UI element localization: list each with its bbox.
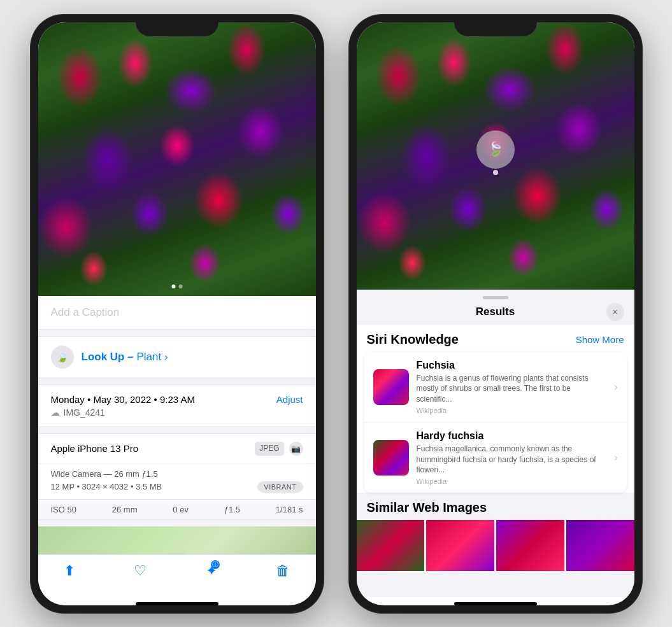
adjust-button[interactable]: Adjust — [276, 394, 303, 405]
filename: IMG_4241 — [64, 407, 105, 418]
resolution-text: 12 MP • 3024 × 4032 • 3.5 MB — [51, 482, 162, 491]
left-phone: Add a Caption 🍃 Look Up – Plant › — [31, 15, 324, 613]
leaf-icon: 🍃 — [56, 351, 69, 363]
similar-image-3[interactable] — [496, 520, 564, 571]
similar-images-row — [357, 520, 634, 571]
fuchsia-title: Fuchsia — [417, 360, 607, 371]
photo-display-right[interactable]: 🍃 — [357, 22, 634, 290]
lookup-chevron: › — [164, 351, 168, 363]
shutter: 1/181 s — [276, 505, 303, 514]
hardy-thumbnail — [373, 440, 409, 476]
lookup-subject: Plant — [136, 351, 161, 363]
home-bar-right — [454, 602, 537, 605]
lookup-icon: 🍃 — [51, 346, 74, 369]
device-name: Apple iPhone 13 Pro — [51, 443, 139, 454]
heart-button[interactable]: ♡ — [134, 563, 147, 579]
fuchsia-thumb-img — [373, 369, 409, 405]
bottom-toolbar: ⬆ ♡ ⓘ ✦ 🗑 — [38, 554, 316, 597]
results-title: Results — [476, 306, 515, 318]
share-button[interactable]: ⬆ — [64, 563, 75, 579]
results-panel: Results × Siri Knowledge Show More — [357, 290, 634, 597]
filename-row: ☁ IMG_4241 — [51, 407, 303, 418]
device-name-row: Apple iPhone 13 Pro JPEG 📷 — [38, 434, 316, 464]
fuchsia-source: Wikipedia — [417, 407, 607, 414]
right-phone: 🍃 Results × Siri Knowledge Show More — [349, 15, 642, 613]
similar-web-section: Similar Web Images — [357, 493, 634, 576]
aperture: ƒ1.5 — [224, 505, 240, 514]
flower-image — [38, 22, 316, 296]
resolution-row: 12 MP • 3024 × 4032 • 3.5 MB VIBRANT — [51, 481, 303, 493]
trash-button[interactable]: 🗑 — [276, 563, 290, 579]
focal-length: 26 mm — [112, 505, 138, 514]
knowledge-card: Fuchsia Fuchsia is a genus of flowering … — [364, 352, 627, 493]
dot-2 — [178, 285, 182, 288]
style-badge: VIBRANT — [257, 481, 303, 493]
similar-image-4[interactable] — [566, 520, 634, 571]
format-badge: JPEG — [255, 442, 283, 456]
format-badges: JPEG 📷 — [255, 442, 303, 456]
fuchsia-description: Fuchsia is a genus of flowering plants t… — [417, 373, 607, 405]
results-header: Results × — [357, 299, 634, 325]
hardy-source: Wikipedia — [417, 477, 607, 485]
lookup-label: Look Up – Plant › — [82, 351, 168, 363]
show-more-button[interactable]: Show More — [576, 334, 624, 345]
sparkle-icon: ⓘ — [211, 560, 220, 569]
caption-placeholder: Add a Caption — [51, 306, 120, 318]
home-bar — [136, 602, 218, 605]
fuchsia-chevron: › — [614, 381, 617, 393]
date-row: Monday • May 30, 2022 • 9:23 AM Adjust — [51, 394, 303, 405]
photo-display[interactable] — [38, 22, 316, 296]
camera-specs: Wide Camera — 26 mm ƒ1.5 12 MP • 3024 × … — [38, 464, 316, 499]
siri-dot — [493, 170, 498, 175]
map-section[interactable] — [38, 526, 316, 554]
phones-container: Add a Caption 🍃 Look Up – Plant › — [31, 15, 642, 613]
hardy-thumb-img — [373, 440, 409, 476]
cloud-icon: ☁ — [51, 407, 60, 418]
photo-date: Monday • May 30, 2022 • 9:23 AM — [51, 394, 195, 405]
siri-recognition-circle[interactable]: 🍃 — [476, 130, 515, 169]
hardy-description: Fuchsia magellanica, commonly known as t… — [417, 444, 607, 476]
fuchsia-thumbnail — [373, 369, 409, 405]
knowledge-item-hardy[interactable]: Hardy fuchsia Fuchsia magellanica, commo… — [364, 423, 627, 493]
leaf-icon-siri: 🍃 — [487, 141, 504, 158]
lookup-bold: Look Up – — [82, 351, 134, 363]
siri-section-header: Siri Knowledge Show More — [357, 325, 634, 352]
similar-image-2[interactable] — [426, 520, 494, 571]
similar-web-title: Similar Web Images — [357, 493, 634, 520]
fuchsia-text: Fuchsia Fuchsia is a genus of flowering … — [417, 360, 607, 414]
caption-field[interactable]: Add a Caption — [38, 296, 316, 330]
camera-spec-text: Wide Camera — 26 mm ƒ1.5 — [51, 469, 303, 479]
iso: ISO 50 — [51, 505, 76, 514]
device-section: Apple iPhone 13 Pro JPEG 📷 Wide Camera —… — [38, 433, 316, 520]
ev: 0 ev — [173, 505, 189, 514]
hardy-text: Hardy fuchsia Fuchsia magellanica, commo… — [417, 430, 607, 485]
hardy-title: Hardy fuchsia — [417, 430, 607, 442]
similar-image-1[interactable] — [357, 520, 425, 571]
meta-section: Monday • May 30, 2022 • 9:23 AM Adjust ☁… — [38, 384, 316, 427]
lookup-row[interactable]: 🍃 Look Up – Plant › — [38, 336, 316, 378]
knowledge-item-fuchsia[interactable]: Fuchsia Fuchsia is a genus of flowering … — [364, 352, 627, 423]
hardy-chevron: › — [614, 452, 617, 463]
photo-dots — [171, 285, 182, 288]
siri-knowledge-title: Siri Knowledge — [367, 332, 459, 347]
info-area: Add a Caption 🍃 Look Up – Plant › — [38, 296, 316, 554]
info-button[interactable]: ⓘ ✦ — [206, 563, 217, 579]
right-phone-screen: 🍃 Results × Siri Knowledge Show More — [357, 22, 634, 605]
close-button[interactable]: × — [606, 303, 624, 321]
camera-icon: 📷 — [289, 442, 303, 456]
siri-knowledge-section: Siri Knowledge Show More Fuchsia Fuchsia… — [357, 325, 634, 493]
left-phone-screen: Add a Caption 🍃 Look Up – Plant › — [38, 22, 316, 605]
exif-row: ISO 50 26 mm 0 ev ƒ1.5 1/181 s — [38, 499, 316, 519]
dot-1 — [171, 285, 175, 288]
